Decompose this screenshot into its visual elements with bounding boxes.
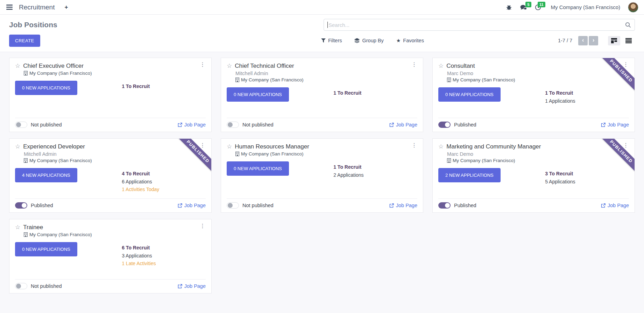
new-applications-button[interactable]: 2 NEW APPLICATIONS — [438, 168, 501, 182]
job-title[interactable]: Consultant — [446, 63, 475, 70]
favorite-star-icon[interactable]: ☆ — [438, 63, 444, 70]
job-title[interactable]: Marketing and Community Manager — [446, 143, 541, 150]
debug-bug-icon[interactable] — [506, 4, 512, 10]
company-building-icon — [447, 78, 451, 82]
kanban-view-icon — [611, 38, 617, 43]
card-kebab-menu-icon[interactable]: ⋮ — [623, 142, 629, 148]
job-position-card[interactable]: PUBLISHED ⋮ ☆ Experienced Developer Mitc… — [9, 138, 212, 213]
job-title[interactable]: Trainee — [23, 224, 43, 231]
job-position-card[interactable]: ⋮ ☆ Chief Technical Officer Mitchell Adm… — [221, 58, 423, 132]
create-button[interactable]: CREATE — [9, 35, 40, 47]
publish-toggle[interactable] — [438, 122, 451, 128]
publish-toggle[interactable] — [227, 122, 239, 128]
to-recruit-count[interactable]: 6 To Recruit — [122, 244, 206, 252]
activities-clock-icon[interactable]: 11 — [535, 4, 541, 10]
job-page-link[interactable]: Job Page — [389, 122, 417, 128]
card-kebab-menu-icon[interactable]: ⋮ — [411, 142, 417, 148]
new-applications-button[interactable]: 0 NEW APPLICATIONS — [15, 242, 77, 256]
applications-count[interactable]: 6 Applications — [122, 178, 206, 185]
search-input[interactable]: Search... — [324, 19, 635, 31]
applications-count[interactable]: 1 Applications — [545, 97, 629, 105]
job-position-card[interactable]: ⋮ ☆ Human Resources Manager My Company (… — [221, 138, 423, 213]
filter-funnel-icon — [321, 38, 326, 43]
to-recruit-count[interactable]: 1 To Recruit — [333, 89, 417, 97]
job-page-link[interactable]: Job Page — [178, 122, 206, 128]
favorites-button[interactable]: ★ Favorites — [396, 38, 424, 43]
list-view-icon — [625, 38, 632, 43]
card-kebab-menu-icon[interactable]: ⋮ — [623, 61, 629, 68]
favorite-star-icon[interactable]: ☆ — [15, 63, 20, 70]
kanban-view-button[interactable] — [608, 36, 620, 45]
search-icon[interactable] — [625, 22, 631, 28]
card-kebab-menu-icon[interactable]: ⋮ — [200, 223, 205, 229]
search-options-bar: Filters Group By ★ Favorites — [321, 38, 424, 43]
to-recruit-count[interactable]: 1 To Recruit — [333, 163, 417, 171]
publish-status-label: Not published — [31, 122, 62, 128]
user-avatar[interactable] — [628, 2, 638, 13]
new-applications-button[interactable]: 4 NEW APPLICATIONS — [15, 168, 77, 182]
company-building-icon — [235, 78, 239, 82]
job-position-card[interactable]: ⋮ ☆ Trainee My Company (San Francisco) — [9, 219, 212, 293]
activities-status[interactable]: 1 Activities Today — [122, 185, 206, 193]
job-title[interactable]: Experienced Developer — [23, 143, 85, 150]
messages-icon[interactable]: 5 — [520, 4, 527, 10]
filters-button[interactable]: Filters — [321, 38, 342, 43]
card-kebab-menu-icon[interactable]: ⋮ — [411, 61, 417, 68]
recruiter-name: Mitchell Admin — [235, 71, 417, 76]
publish-toggle[interactable] — [438, 202, 451, 209]
publish-toggle[interactable] — [227, 202, 239, 209]
current-company[interactable]: My Company (San Francisco) — [551, 4, 620, 10]
company-building-icon — [235, 152, 239, 156]
new-applications-button[interactable]: 0 NEW APPLICATIONS — [227, 161, 289, 176]
applications-count[interactable]: 2 Applications — [333, 171, 417, 179]
activities-status[interactable]: 1 Late Activities — [122, 260, 206, 267]
to-recruit-count[interactable]: 3 To Recruit — [545, 170, 629, 177]
job-title[interactable]: Chief Technical Officer — [235, 63, 294, 70]
job-page-link[interactable]: Job Page — [178, 283, 206, 289]
main-menu-icon[interactable] — [6, 3, 13, 11]
job-title[interactable]: Human Resources Manager — [235, 143, 309, 150]
to-recruit-count[interactable]: 1 To Recruit — [122, 82, 206, 90]
job-position-card[interactable]: PUBLISHED ⋮ ☆ Marketing and Community Ma… — [432, 138, 635, 213]
favorite-star-icon[interactable]: ☆ — [438, 143, 444, 150]
external-link-icon — [601, 123, 606, 127]
app-name[interactable]: Recruitment — [19, 3, 55, 11]
search-placeholder: Search... — [328, 22, 349, 28]
applications-count[interactable]: 5 Applications — [545, 178, 629, 185]
publish-toggle[interactable] — [15, 122, 27, 128]
card-kebab-menu-icon[interactable]: ⋮ — [200, 142, 205, 148]
favorite-star-icon[interactable]: ☆ — [227, 143, 232, 150]
toggle-knob — [445, 203, 450, 208]
publish-toggle[interactable] — [15, 283, 27, 289]
pager-next-button[interactable]: › — [589, 36, 598, 45]
external-link-icon — [601, 203, 606, 208]
to-recruit-count[interactable]: 4 To Recruit — [122, 170, 206, 177]
job-page-link[interactable]: Job Page — [389, 203, 417, 208]
favorite-star-icon[interactable]: ☆ — [15, 224, 20, 231]
favorite-star-icon[interactable]: ☆ — [15, 143, 20, 150]
new-applications-button[interactable]: 0 NEW APPLICATIONS — [15, 81, 77, 95]
applications-count[interactable]: 3 Applications — [122, 252, 206, 260]
pager-previous-button[interactable]: ‹ — [578, 36, 588, 45]
job-title[interactable]: Chief Executive Officer — [23, 63, 84, 70]
job-page-link[interactable]: Job Page — [178, 203, 206, 208]
new-applications-button[interactable]: 0 NEW APPLICATIONS — [438, 87, 501, 102]
group-by-button[interactable]: Group By — [354, 38, 383, 43]
recruiter-name: Mitchell Admin — [24, 151, 206, 157]
messages-badge: 5 — [525, 2, 531, 7]
to-recruit-count[interactable]: 1 To Recruit — [545, 89, 629, 97]
job-position-card[interactable]: PUBLISHED ⋮ ☆ Consultant Marc Demo My Co… — [432, 58, 635, 132]
favorite-star-icon[interactable]: ☆ — [227, 63, 232, 70]
recruiter-name: Marc Demo — [447, 71, 629, 76]
card-kebab-menu-icon[interactable]: ⋮ — [200, 61, 205, 68]
job-page-link[interactable]: Job Page — [601, 203, 629, 208]
new-applications-button[interactable]: 0 NEW APPLICATIONS — [227, 87, 289, 102]
job-page-link[interactable]: Job Page — [601, 122, 629, 128]
list-view-button[interactable] — [622, 36, 635, 45]
publish-toggle[interactable] — [15, 202, 27, 209]
external-link-icon — [178, 203, 182, 208]
job-position-card[interactable]: ⋮ ☆ Chief Executive Officer My Company (… — [9, 58, 212, 132]
page-title: Job Positions — [9, 21, 324, 29]
add-tab-button[interactable]: + — [64, 4, 68, 11]
job-page-label: Job Page — [184, 203, 206, 208]
